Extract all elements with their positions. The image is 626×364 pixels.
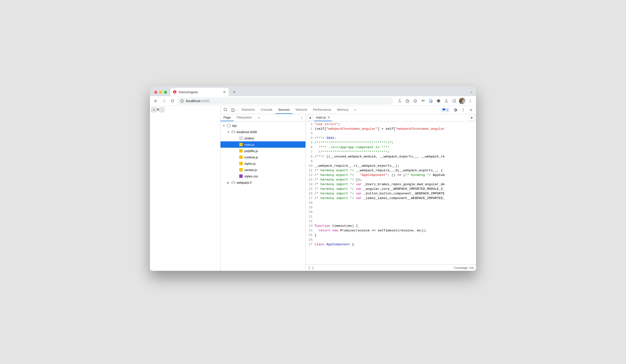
- tab-console[interactable]: Console: [258, 106, 275, 114]
- js-file-icon: [239, 149, 243, 153]
- new-tab-button[interactable]: ＋: [231, 88, 237, 95]
- close-editor-tab-icon[interactable]: ✕: [327, 115, 330, 119]
- issues-chip[interactable]: 1: [441, 108, 450, 112]
- editor-tab-main[interactable]: main.js ✕: [314, 114, 332, 121]
- tab-sources[interactable]: Sources: [275, 106, 293, 114]
- code-content: "use strict";(self["webpackChunkdemo_ang…: [314, 121, 476, 264]
- more-tabs-icon[interactable]: »: [352, 106, 359, 114]
- tab-memory[interactable]: Memory: [334, 106, 352, 114]
- tree-file-vendor-js[interactable]: vendor.js: [221, 167, 306, 173]
- code-editor[interactable]: 1234567891011121314151617181920212223242…: [306, 121, 476, 264]
- sources-sidebar: Page Filesystem » ▼ top: [221, 114, 306, 271]
- svg-point-6: [422, 100, 423, 101]
- device-toolbar-icon[interactable]: [229, 106, 236, 114]
- svg-point-23: [302, 118, 302, 119]
- decrement-button[interactable]: -: [159, 107, 164, 112]
- tree-node-top[interactable]: ▼ top: [221, 122, 306, 129]
- profile-avatar[interactable]: [459, 98, 465, 104]
- close-window-button[interactable]: [154, 91, 157, 94]
- window-controls: [154, 91, 167, 94]
- toggle-debugger-icon[interactable]: ▶: [469, 115, 475, 120]
- tree-node-origin[interactable]: ▼ localhost:4200: [221, 129, 306, 135]
- svg-point-20: [463, 111, 464, 111]
- document-icon: [239, 136, 243, 140]
- tree-node-webpack[interactable]: ▶ webpack://: [221, 179, 306, 186]
- tree-file-polyfills-js[interactable]: polyfills.js: [221, 148, 306, 154]
- editor-pane: ◀ main.js ✕ ▶ 12345678910111213141516171…: [306, 114, 476, 271]
- browser-window: DemoAngular ✕ ＋ loca: [150, 86, 476, 271]
- tree-file-styles-js[interactable]: styles.js: [221, 160, 306, 167]
- tab-list-button[interactable]: [470, 91, 473, 94]
- minimize-window-button[interactable]: [159, 91, 162, 94]
- svg-point-14: [470, 102, 471, 103]
- tab-strip: DemoAngular ✕ ＋: [150, 86, 476, 96]
- maximize-window-button[interactable]: [164, 91, 167, 94]
- side-tabs-more-icon[interactable]: »: [256, 114, 262, 121]
- svg-point-22: [302, 117, 302, 118]
- pretty-print-icon[interactable]: { }: [308, 266, 314, 270]
- page-content: + 0 -: [150, 106, 221, 271]
- tab-network[interactable]: Network: [293, 106, 310, 114]
- labs-icon[interactable]: [443, 98, 450, 104]
- site-info-icon[interactable]: [180, 99, 184, 103]
- file-tree: ▼ top ▼ localhost:4200: [221, 121, 306, 271]
- svg-point-4: [415, 100, 415, 101]
- devtools-panel: Elements Console Sources Network Perform…: [221, 106, 476, 271]
- tab-elements[interactable]: Elements: [239, 106, 258, 114]
- tree-file-label: polyfills.js: [244, 149, 258, 153]
- side-panel-icon[interactable]: [451, 98, 458, 104]
- bookmark-icon[interactable]: [404, 98, 411, 104]
- devtools-tabbar: Elements Console Sources Network Perform…: [221, 106, 476, 114]
- back-button[interactable]: [152, 98, 159, 104]
- inspect-element-icon[interactable]: [222, 106, 229, 114]
- svg-point-7: [423, 100, 425, 101]
- side-tabs-menu-icon[interactable]: [298, 114, 306, 121]
- sources-side-tabs: Page Filesystem »: [221, 114, 306, 121]
- tree-file--index-[interactable]: (index): [221, 135, 306, 141]
- tree-file-label: (index): [244, 137, 254, 140]
- devtools-menu-icon[interactable]: [460, 108, 467, 112]
- svg-rect-2: [182, 100, 182, 100]
- line-gutter: 1234567891011121314151617181920212223242…: [306, 121, 314, 264]
- tree-file-label: styles.js: [244, 162, 256, 165]
- coverage-status: Coverage: n/a: [454, 266, 474, 270]
- svg-point-19: [463, 109, 464, 110]
- cloud-icon: [231, 181, 235, 184]
- svg-rect-17: [233, 109, 235, 111]
- reload-button[interactable]: [169, 98, 176, 104]
- tree-file-runtime-js[interactable]: runtime.js: [221, 154, 306, 160]
- toggle-navigator-icon[interactable]: ◀: [307, 115, 313, 120]
- close-devtools-icon[interactable]: [467, 108, 475, 112]
- close-tab-button[interactable]: ✕: [223, 90, 226, 94]
- side-tab-filesystem[interactable]: Filesystem: [234, 114, 255, 121]
- browser-tab[interactable]: DemoAngular ✕: [170, 88, 229, 96]
- share-icon[interactable]: [396, 98, 403, 104]
- browser-menu-icon[interactable]: [467, 98, 474, 104]
- svg-point-21: [302, 116, 302, 117]
- extension-icon-2[interactable]: [420, 98, 427, 104]
- side-tab-page[interactable]: Page: [221, 114, 234, 121]
- cloud-icon: [231, 130, 235, 134]
- counter-value: 0: [157, 108, 159, 112]
- tree-file-main-js[interactable]: main.js: [221, 141, 306, 148]
- omnibox[interactable]: localhost:4200: [177, 97, 393, 105]
- settings-icon[interactable]: [452, 108, 459, 112]
- tree-file-styles-css[interactable]: styles.css: [221, 173, 306, 179]
- svg-rect-10: [453, 100, 456, 102]
- forward-button[interactable]: [161, 98, 167, 104]
- svg-rect-15: [224, 108, 226, 111]
- editor-tab-label: main.js: [316, 115, 326, 119]
- tab-title: DemoAngular: [179, 90, 221, 94]
- extension-icon[interactable]: [412, 98, 419, 104]
- tab-performance[interactable]: Performance: [310, 106, 334, 114]
- increment-button[interactable]: +: [151, 107, 156, 112]
- counter-widget: + 0 -: [151, 107, 164, 112]
- tree-file-label: runtime.js: [244, 155, 258, 159]
- css-file-icon: [239, 174, 243, 178]
- svg-point-13: [470, 101, 471, 101]
- editor-statusbar: { } Coverage: n/a: [306, 264, 476, 271]
- url-host: localhost:4200: [186, 99, 210, 103]
- js-file-icon: [239, 168, 243, 172]
- extension-icon-3[interactable]: [427, 98, 434, 104]
- extensions-menu-icon[interactable]: [435, 98, 442, 104]
